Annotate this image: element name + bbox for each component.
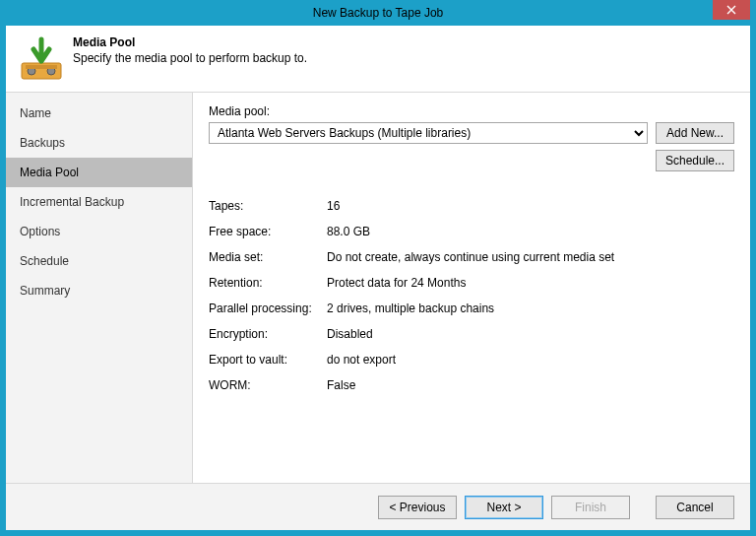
svg-rect-3 xyxy=(26,65,57,69)
previous-button[interactable]: < Previous xyxy=(378,496,457,519)
sidebar-item-backups[interactable]: Backups xyxy=(6,128,192,158)
media-pool-label: Media pool: xyxy=(209,104,734,118)
detail-value: 2 drives, multiple backup chains xyxy=(327,302,734,315)
detail-value: Do not create, always continue using cur… xyxy=(327,250,734,264)
detail-key: Tapes: xyxy=(209,199,327,213)
close-icon xyxy=(726,5,736,15)
sidebar-item-media-pool[interactable]: Media Pool xyxy=(6,158,192,187)
page-title: Media Pool xyxy=(73,35,307,49)
tape-icon xyxy=(18,35,65,83)
main-panel: Media pool: Atlanta Web Servers Backups … xyxy=(193,93,750,483)
pool-details: Tapes:16Free space:88.0 GBMedia set:Do n… xyxy=(209,199,734,392)
titlebar: New Backup to Tape Job xyxy=(6,0,750,26)
detail-value: 88.0 GB xyxy=(327,225,734,238)
sidebar-item-summary[interactable]: Summary xyxy=(6,276,192,305)
media-pool-select[interactable]: Atlanta Web Servers Backups (Multiple li… xyxy=(209,122,648,144)
page-subtitle: Specify the media pool to perform backup… xyxy=(73,51,307,65)
sidebar-item-incremental-backup[interactable]: Incremental Backup xyxy=(6,187,192,217)
wizard-footer: < Previous Next > Finish Cancel xyxy=(6,483,750,530)
detail-value: False xyxy=(327,378,734,392)
detail-value: do not export xyxy=(327,353,734,367)
detail-key: WORM: xyxy=(209,378,327,392)
detail-key: Parallel processing: xyxy=(209,302,327,315)
detail-key: Retention: xyxy=(209,276,327,290)
cancel-button[interactable]: Cancel xyxy=(656,496,734,519)
finish-button[interactable]: Finish xyxy=(551,496,630,519)
wizard-header: Media Pool Specify the media pool to per… xyxy=(6,26,750,92)
window-title: New Backup to Tape Job xyxy=(6,6,750,20)
detail-key: Encryption: xyxy=(209,327,327,341)
detail-key: Free space: xyxy=(209,225,327,238)
add-new-button[interactable]: Add New... xyxy=(656,122,734,144)
detail-key: Media set: xyxy=(209,250,327,264)
schedule-button[interactable]: Schedule... xyxy=(656,150,734,171)
detail-value: Protect data for 24 Months xyxy=(327,276,734,290)
detail-key: Export to vault: xyxy=(209,353,327,367)
close-button[interactable] xyxy=(713,0,750,20)
detail-value: Disabled xyxy=(327,327,734,341)
wizard-sidebar: NameBackupsMedia PoolIncremental BackupO… xyxy=(6,93,193,483)
detail-value: 16 xyxy=(327,199,734,213)
next-button[interactable]: Next > xyxy=(465,496,543,519)
sidebar-item-schedule[interactable]: Schedule xyxy=(6,246,192,276)
sidebar-item-name[interactable]: Name xyxy=(6,99,192,128)
sidebar-item-options[interactable]: Options xyxy=(6,217,192,246)
